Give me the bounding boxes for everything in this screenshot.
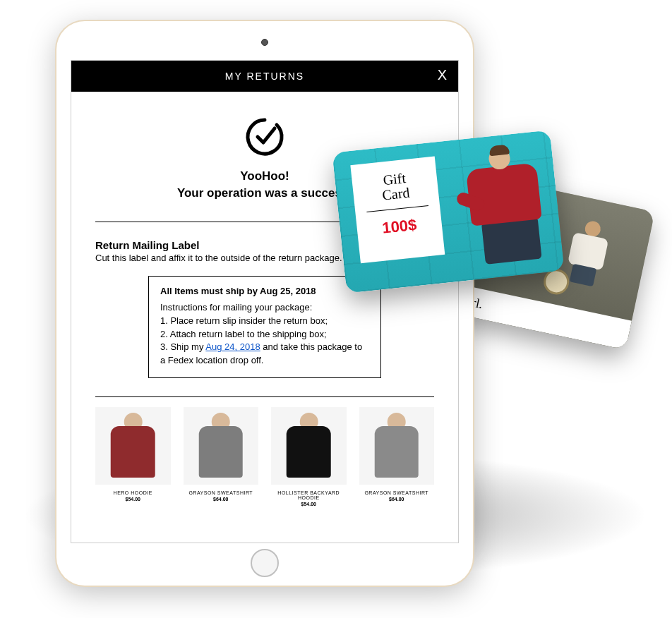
product-name: GRAYSON SWEATSHIRT [184, 490, 259, 495]
product-image [95, 407, 171, 485]
product-card[interactable]: GRAYSON SWEATSHIRT $64.00 [359, 407, 435, 507]
product-card[interactable]: HOLLISTER BACKYARD HOODIE $54.00 [271, 407, 347, 507]
product-name: HOLLISTER BACKYARD HOODIE [271, 490, 347, 500]
product-price: $54.00 [271, 502, 347, 507]
screen: MY RETURNS X YooHoo! Your operation was … [71, 60, 459, 543]
gift-card-amount: 100$ [365, 214, 434, 239]
product-image [359, 407, 435, 485]
card-model-illustration [438, 138, 557, 275]
product-name: GRAYSON SWEATSHIRT [359, 490, 435, 495]
product-card[interactable]: HERO HOODIE $54.00 [95, 407, 171, 507]
product-name: HERO HOODIE [95, 490, 171, 495]
ship-step-3a: 3. Ship my [160, 341, 205, 352]
product-image [271, 407, 347, 485]
ship-instructions-box: All Items must ship by Aug 25, 2018 Inst… [148, 276, 381, 378]
checkmark-icon [244, 116, 286, 158]
gift-card: Gift Card 100$ [332, 130, 564, 293]
close-icon[interactable]: X [438, 68, 448, 82]
ship-date-link[interactable]: Aug 24, 2018 [205, 341, 260, 352]
home-button[interactable] [251, 549, 279, 577]
product-grid: HERO HOODIE $54.00 GRAYSON SWEATSHIRT $6… [95, 407, 434, 507]
gift-card-label: Gift Card 100$ [350, 157, 445, 264]
ship-deadline: All Items must ship by Aug 25, 2018 [160, 285, 369, 298]
tablet-device: MY RETURNS X YooHoo! Your operation was … [56, 21, 473, 586]
ship-step-1: 1. Place return slip insider the return … [160, 315, 369, 328]
product-price: $64.00 [359, 497, 435, 502]
ship-step-3: 3. Ship my Aug 24, 2018 and take this pa… [160, 341, 369, 368]
header-bar: MY RETURNS X [71, 61, 458, 92]
ship-intro: Instructions for mailing your package: [160, 301, 369, 315]
divider [366, 205, 428, 212]
camera-dot [261, 39, 268, 46]
product-price: $64.00 [184, 497, 259, 502]
divider [95, 396, 434, 397]
product-card[interactable]: GRAYSON SWEATSHIRT $64.00 [184, 407, 259, 507]
product-price: $54.00 [95, 497, 171, 502]
ship-step-2: 2. Attach return label to the shipping b… [160, 328, 369, 341]
product-image [184, 407, 259, 485]
page-title: MY RETURNS [225, 71, 304, 82]
